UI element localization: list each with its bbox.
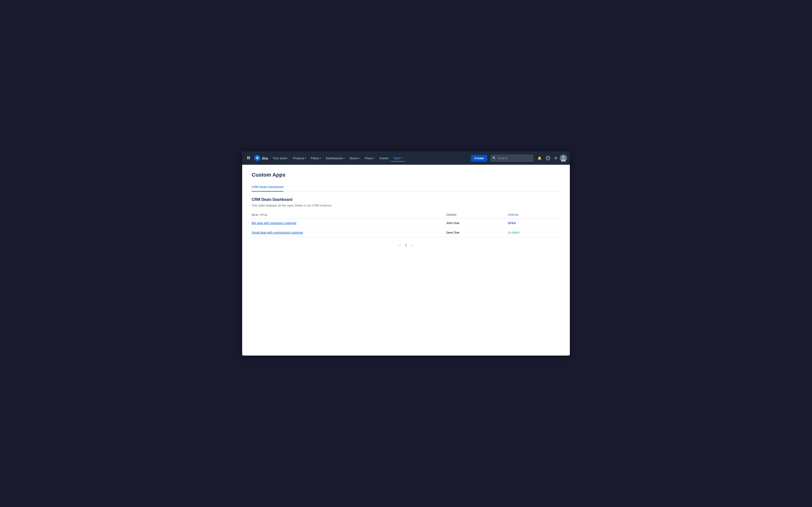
deal-owner-0: John Doe [446,218,508,228]
table-header: Deal Title Owner Status [252,212,560,218]
deal-title-link-1[interactable]: Small deal with unimportant customer [252,231,303,234]
chevron-down-icon: ▾ [401,157,402,159]
table-body: Big deal with important customerJohn Doe… [252,218,560,237]
pagination-prev-button[interactable]: ‹ [397,242,402,248]
chevron-down-icon: ▾ [359,157,360,160]
navbar: Jira Your work ▾Projects ▾Filters ▾Dashb… [242,152,570,165]
search-wrapper: 🔍 [491,155,533,162]
svg-rect-1 [249,156,250,158]
help-icon: ? [546,156,550,160]
nav-item-your-work[interactable]: Your work ▾ [270,155,290,161]
tabs-bar: CRM Deals Dashboard [252,183,560,192]
bell-icon: 🔔 [538,156,542,160]
svg-rect-0 [247,156,248,158]
nav-item-dashboards[interactable]: Dashboards ▾ [323,155,347,161]
avatar[interactable] [560,155,567,162]
nav-item-assets[interactable]: Assets [377,155,391,161]
deal-title-link-0[interactable]: Big deal with important customer [252,221,296,225]
pagination-current-page: 1 [405,243,407,247]
nav-item-filters[interactable]: Filters ▾ [309,155,323,161]
tab-crm-deals-dashboard[interactable]: CRM Deals Dashboard [252,183,283,191]
col-header-owner: Owner [446,212,508,218]
chevron-down-icon: ▾ [373,157,374,160]
pagination: ‹ 1 › [252,242,560,248]
svg-point-5 [562,156,564,158]
svg-rect-3 [249,158,250,159]
table-row: Small deal with unimportant customerJane… [252,228,560,237]
nav-item-plans[interactable]: Plans ▾ [363,155,377,161]
notifications-button[interactable]: 🔔 [536,155,543,161]
table-row: Big deal with important customerJohn Doe… [252,218,560,228]
nav-item-projects[interactable]: Projects ▾ [290,155,309,161]
settings-button[interactable]: ⚙ [552,155,559,161]
chevron-down-icon: ▾ [287,157,288,160]
avatar-icon [560,155,567,162]
chevron-down-icon: ▾ [343,157,344,160]
status-badge-0: OPEN [508,221,516,225]
gear-icon: ⚙ [554,156,557,160]
col-header-deal-title: Deal Title [252,212,446,218]
chevron-down-icon: ▾ [305,157,306,160]
deal-owner-1: Jane Doe [446,228,508,237]
chevron-down-icon: ▾ [320,157,321,160]
section-desc: This table displays all the open Deals i… [252,204,560,207]
logo-text: Jira [262,156,268,160]
help-button[interactable]: ? [544,155,552,162]
logo[interactable]: Jira [254,155,268,161]
grid-icon-button[interactable] [245,155,253,161]
nav-item-teams[interactable]: Teams ▾ [347,155,363,161]
nav-items: Your work ▾Projects ▾Filters ▾Dashboards… [270,155,404,162]
svg-rect-2 [247,158,248,159]
pagination-next-button[interactable]: › [410,242,415,248]
nav-item-apps[interactable]: Apps ▾ [391,155,404,162]
app-window: Jira Your work ▾Projects ▾Filters ▾Dashb… [242,152,570,355]
main-content: Custom Apps CRM Deals Dashboard CRM Deal… [242,165,570,355]
status-badge-1: CLOSED [508,231,520,234]
deals-table: Deal Title Owner Status Big deal with im… [252,212,560,237]
page-title: Custom Apps [252,172,560,178]
section-title: CRM Deals Dashboard [252,198,560,202]
search-input[interactable] [491,155,533,162]
col-header-status: Status [508,212,560,218]
jira-logo-icon [254,155,260,161]
create-button[interactable]: Create [471,155,487,162]
grid-icon [247,156,251,160]
